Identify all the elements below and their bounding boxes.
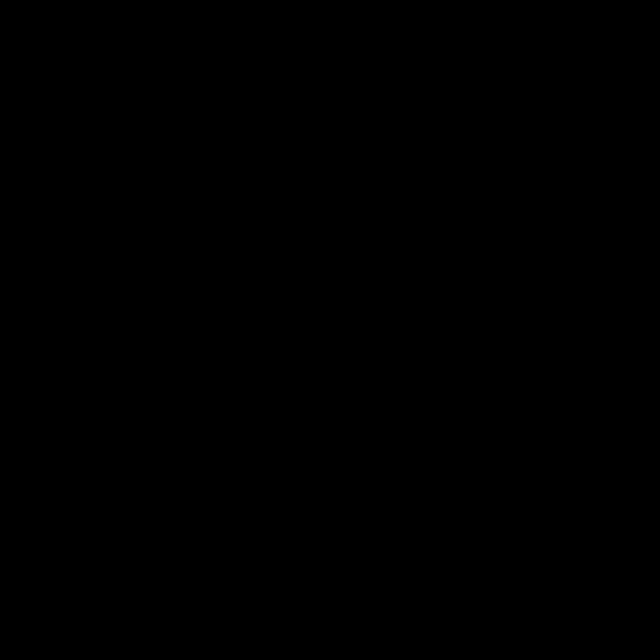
bottleneck-chart bbox=[0, 0, 644, 644]
chart-frame bbox=[0, 0, 644, 644]
chart-svg bbox=[0, 0, 644, 644]
